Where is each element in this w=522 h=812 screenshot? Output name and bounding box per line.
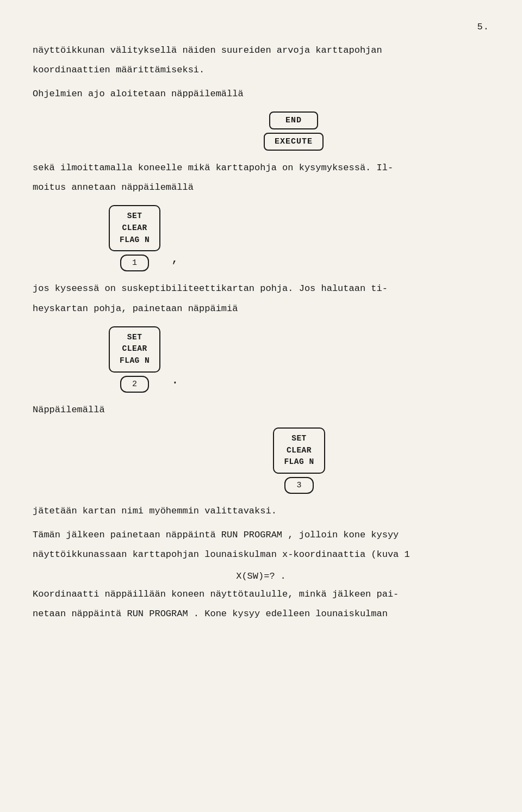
period-2: . bbox=[171, 374, 178, 387]
paragraph-1b: koordinaattien määrittämiseksi. bbox=[33, 63, 489, 78]
end-button[interactable]: END bbox=[269, 111, 318, 129]
page-number: 5. bbox=[33, 22, 489, 32]
paragraph-6b: näyttöikkunassaan karttapohjan lounaisku… bbox=[33, 547, 489, 562]
paragraph-3b: moitus annetaan näppäilemällä bbox=[33, 180, 489, 195]
set-clear-flag-2-group: SET CLEAR FLAG N 2 . bbox=[109, 326, 489, 393]
nappaile-label: Näppäilemällä bbox=[33, 402, 489, 418]
execute-button[interactable]: EXECUTE bbox=[264, 133, 324, 151]
xsw-formula: X(SW)=? bbox=[236, 571, 275, 581]
set-clear-flag-3-box[interactable]: SET CLEAR FLAG N bbox=[273, 427, 325, 474]
paragraph-4: jos kyseessä on suskeptibiliteettikartan… bbox=[33, 281, 489, 296]
comma-1: , bbox=[171, 252, 178, 266]
scf1-line1: SET bbox=[127, 212, 142, 220]
flag-1-col: SET CLEAR FLAG N 1 bbox=[109, 205, 160, 271]
scf2-line3: FLAG N bbox=[120, 356, 150, 365]
xsw-period: . bbox=[281, 571, 286, 581]
num1-button[interactable]: 1 bbox=[120, 255, 149, 271]
paragraph-2: Ohjelmien ajo aloitetaan näppäilemällä bbox=[33, 86, 489, 102]
paragraph-7: Koordinaatti näppäillään koneen näyttöta… bbox=[33, 587, 489, 602]
scf1-line2: CLEAR bbox=[122, 224, 147, 232]
paragraph-4b: heyskartan pohja, painetaan näppäimiä bbox=[33, 301, 489, 317]
scf1-line3: FLAG N bbox=[120, 235, 150, 244]
paragraph-6: Tämän jälkeen painetaan näppäintä RUN PR… bbox=[33, 528, 489, 543]
scf3-line3: FLAG N bbox=[284, 457, 314, 466]
num3-button[interactable]: 3 bbox=[284, 477, 313, 494]
num2-button[interactable]: 2 bbox=[120, 376, 149, 393]
scf2-line1: SET bbox=[127, 333, 142, 342]
paragraph-1: näyttöikkunan välityksellä näiden suurei… bbox=[33, 43, 489, 58]
paragraph-5b: jätetään kartan nimi myöhemmin valittava… bbox=[33, 504, 489, 519]
set-clear-flag-2-box[interactable]: SET CLEAR FLAG N bbox=[109, 326, 160, 373]
flag-2-col: SET CLEAR FLAG N 2 bbox=[109, 326, 160, 393]
scf3-line1: SET bbox=[291, 434, 307, 443]
paragraph-7b: netaan näppäintä RUN PROGRAM . Kone kysy… bbox=[33, 606, 489, 622]
paragraph-3: sekä ilmoittamalla koneelle mikä karttap… bbox=[33, 160, 489, 176]
scf2-line2: CLEAR bbox=[122, 344, 147, 353]
xsw-line: X(SW)=? . bbox=[33, 571, 489, 581]
end-execute-group: END EXECUTE bbox=[98, 111, 489, 151]
set-clear-flag-3-group: SET CLEAR FLAG N 3 bbox=[109, 427, 489, 494]
set-clear-flag-1-group: SET CLEAR FLAG N 1 , bbox=[109, 205, 489, 271]
set-clear-flag-1-box[interactable]: SET CLEAR FLAG N bbox=[109, 205, 160, 251]
scf3-line2: CLEAR bbox=[287, 446, 312, 455]
